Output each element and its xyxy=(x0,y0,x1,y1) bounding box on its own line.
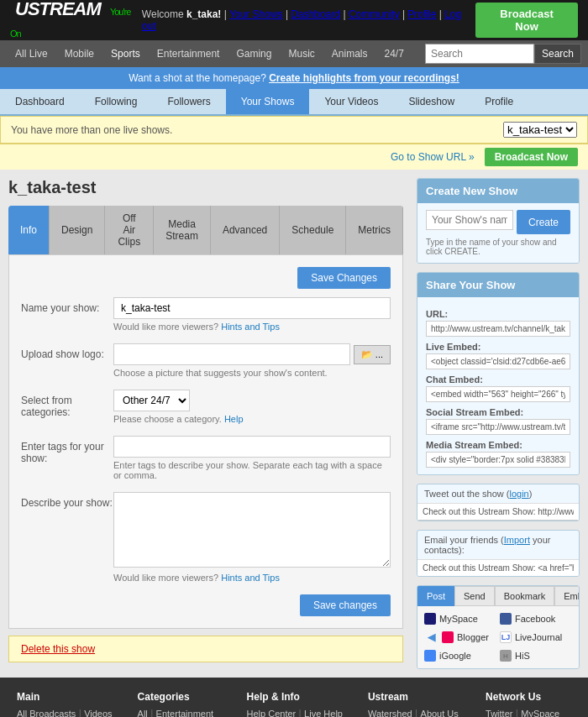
right-panel: Create New Show Create Type in the name … xyxy=(412,170,588,678)
sub-tab-metrics[interactable]: Metrics xyxy=(346,206,403,254)
save-changes-button-bottom[interactable]: Save changes xyxy=(300,594,391,616)
media-embed-input[interactable] xyxy=(426,452,570,468)
social-icons: MySpace Facebook ◀ Blogger LJ LiveJourna… xyxy=(417,606,579,668)
nav-all-live[interactable]: All Live xyxy=(7,43,56,65)
community-link[interactable]: Community xyxy=(349,8,400,20)
create-show-header: Create New Show xyxy=(417,179,579,203)
nav-247[interactable]: 24/7 xyxy=(376,43,412,65)
social-tab-post[interactable]: Post xyxy=(417,586,454,606)
tab-followers[interactable]: Followers xyxy=(152,89,225,114)
save-changes-button-top[interactable]: Save Changes xyxy=(297,267,391,289)
nav-gaming[interactable]: Gaming xyxy=(228,43,280,65)
tab-your-shows[interactable]: Your Shows xyxy=(226,89,310,114)
footer-about[interactable]: About Us xyxy=(421,709,459,717)
search-input[interactable] xyxy=(425,44,534,64)
main-tabs: Dashboard Following Followers Your Shows… xyxy=(0,89,588,116)
tweet-input[interactable] xyxy=(417,504,579,521)
sub-tab-advanced[interactable]: Advanced xyxy=(211,206,280,254)
footer-live-help[interactable]: Live Help xyxy=(304,709,343,717)
chat-embed-input[interactable] xyxy=(426,386,570,402)
footer-entertainment[interactable]: Entertainment xyxy=(156,709,213,717)
social-prev-arrow[interactable]: ◀ xyxy=(424,631,438,643)
tab-following[interactable]: Following xyxy=(80,89,153,114)
logo-path-input[interactable] xyxy=(113,343,350,365)
show-name-input[interactable] xyxy=(113,297,391,319)
alert-right: k_taka-test xyxy=(503,122,577,138)
nav-music[interactable]: Music xyxy=(280,43,323,65)
logo-row: Upload show logo: 📂 ... Choose a picture… xyxy=(21,343,391,378)
tags-input[interactable] xyxy=(113,436,391,458)
delete-show-link[interactable]: Delete this show xyxy=(21,643,95,655)
sub-tab-media-stream[interactable]: Media Stream xyxy=(154,206,211,254)
profile-link[interactable]: Profile xyxy=(407,8,436,20)
create-show-input[interactable] xyxy=(426,210,513,230)
promo-arrow-right[interactable]: ▶ xyxy=(459,72,474,84)
tweet-section: Tweet out the show (login) xyxy=(417,484,580,521)
footer-watershed[interactable]: Watershed xyxy=(368,709,412,717)
show-selector[interactable]: k_taka-test xyxy=(503,122,577,138)
category-select[interactable]: Other 24/7 xyxy=(113,390,190,411)
nav-mobile[interactable]: Mobile xyxy=(56,43,102,65)
promo-arrow-left[interactable]: ◀ xyxy=(114,72,129,84)
social-facebook[interactable]: Facebook xyxy=(500,611,572,626)
url-label: URL: xyxy=(426,309,570,319)
describe-field: Would like more viewers? Hints and Tips xyxy=(113,492,391,583)
footer-help-center[interactable]: Help Center xyxy=(247,709,297,717)
social-tab-send[interactable]: Send xyxy=(454,586,495,606)
hints-tips-link-name[interactable]: Hints and Tips xyxy=(221,322,280,332)
nav-sports[interactable]: Sports xyxy=(102,43,149,65)
promo-bar: ◀ Want a shot at the homepage? Create hi… xyxy=(0,67,588,89)
tweet-login-link[interactable]: login xyxy=(510,489,529,499)
sub-tab-design[interactable]: Design xyxy=(50,206,105,254)
logo-browse-button[interactable]: 📂 ... xyxy=(354,345,391,364)
live-embed-input[interactable] xyxy=(426,353,570,369)
promo-link[interactable]: Create highlights from your recordings! xyxy=(269,72,459,84)
social-tab-bookmark[interactable]: Bookmark xyxy=(495,586,555,606)
social-livejournal[interactable]: LJ LiveJournal xyxy=(500,630,572,645)
url-input[interactable] xyxy=(426,321,570,337)
social-embed-input[interactable] xyxy=(426,419,570,435)
tab-profile[interactable]: Profile xyxy=(470,89,528,114)
broadcast-now-button[interactable]: Broadcast Now xyxy=(475,3,578,38)
nav-entertainment[interactable]: Entertainment xyxy=(149,43,228,65)
share-show-body: URL: Live Embed: Chat Embed: Social Stre… xyxy=(417,297,579,474)
footer-all-broadcasts[interactable]: All Broadcasts xyxy=(17,709,76,717)
hints-tips-link-desc[interactable]: Hints and Tips xyxy=(221,573,280,583)
footer-twitter[interactable]: Twitter xyxy=(486,709,512,717)
email-input[interactable] xyxy=(417,560,579,576)
tab-your-videos[interactable]: Your Videos xyxy=(309,89,393,114)
tab-slideshow[interactable]: Slideshow xyxy=(393,89,470,114)
sub-tab-off-air-clips[interactable]: Off Air Clips xyxy=(105,206,154,254)
category-help-link[interactable]: Help xyxy=(224,414,244,424)
nav-animals[interactable]: Animals xyxy=(323,43,376,65)
sub-tab-schedule[interactable]: Schedule xyxy=(280,206,346,254)
your-shows-link[interactable]: Your Shows xyxy=(229,8,283,20)
social-blogger[interactable]: Blogger xyxy=(442,630,489,645)
show-title: k_taka-test xyxy=(8,178,403,197)
create-show-box: Create New Show Create Type in the name … xyxy=(417,178,580,264)
footer-videos[interactable]: Videos xyxy=(84,709,112,717)
create-show-button[interactable]: Create xyxy=(517,210,570,234)
myspace-icon xyxy=(424,613,436,625)
footer-myspace[interactable]: MySpace xyxy=(521,709,559,717)
sub-tab-info[interactable]: Info xyxy=(8,206,50,254)
email-import-link[interactable]: Import xyxy=(504,535,530,545)
tab-dashboard[interactable]: Dashboard xyxy=(0,89,80,114)
form-panel: Save Changes Name your show: Would like … xyxy=(8,254,403,629)
footer-categories-header: Categories xyxy=(138,691,222,703)
header: USTREAM You're On Welcome k_taka! | Your… xyxy=(0,0,588,40)
footer-main: Main All Broadcasts | Videos Upcoming | … xyxy=(17,691,113,717)
social-embed-label: Social Stream Embed: xyxy=(426,407,570,417)
create-show-body: Create Type in the name of your show and… xyxy=(417,203,579,263)
footer-all[interactable]: All xyxy=(138,709,148,717)
sub-tabs: Info Design Off Air Clips Media Stream A… xyxy=(8,206,403,254)
dashboard-link[interactable]: Dashboard xyxy=(291,8,340,20)
search-button[interactable]: Search xyxy=(534,44,581,64)
social-myspace[interactable]: MySpace xyxy=(424,611,496,626)
go-to-show-url-link[interactable]: Go to Show URL » xyxy=(391,151,475,163)
social-his[interactable]: H HiS xyxy=(500,648,572,663)
social-tab-embed[interactable]: Embed xyxy=(554,586,580,606)
describe-textarea[interactable] xyxy=(113,492,391,568)
broadcast-now-bar-button[interactable]: Broadcast Now xyxy=(485,148,578,166)
social-igoogle[interactable]: iGoogle xyxy=(424,648,496,663)
